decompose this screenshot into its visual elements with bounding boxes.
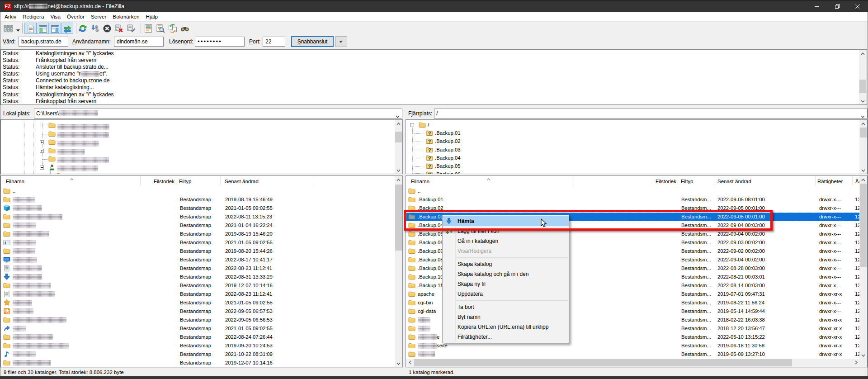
scroll-up-button[interactable] xyxy=(859,120,867,128)
quickconnect-button[interactable]: Snabbanslut xyxy=(291,36,334,47)
file-row[interactable]: Bestandsmap2021-01-05 09:02:55 xyxy=(1,238,402,247)
file-row[interactable]: Bestandsmap2022-08-17 10:41:17 xyxy=(1,256,402,264)
scroll-thumb[interactable] xyxy=(860,128,867,137)
menu-bokmrken[interactable]: Bokmärken xyxy=(109,12,142,21)
scroll-thumb[interactable] xyxy=(395,185,402,251)
remote-path-combo[interactable]: / xyxy=(434,109,868,118)
file-row[interactable]: Bestandsmap2021-01-04 16:22:24 xyxy=(1,221,402,230)
column-header[interactable]: Filstorlek xyxy=(140,176,175,187)
reconnect-button[interactable] xyxy=(127,24,137,33)
refresh-button[interactable] xyxy=(78,24,88,33)
tree-item[interactable]: ?.Backup.01 xyxy=(406,129,867,137)
scroll-down-button[interactable] xyxy=(859,351,867,359)
file-row[interactable]: Bestandsmap2021-01-05 09:02:55 xyxy=(1,298,402,307)
file-row[interactable]: Bestandsmap2022-08-11 13:15:23 xyxy=(1,213,402,221)
local-list-scrollbar[interactable] xyxy=(395,176,402,367)
context-menu-item[interactable]: Filrättigheter... xyxy=(443,332,569,342)
file-row[interactable]: Bestandsmap2021-01-05 09:02:55 xyxy=(1,324,402,333)
tree-expander[interactable] xyxy=(410,123,414,127)
scroll-down-button[interactable] xyxy=(859,166,867,174)
scroll-thumb[interactable] xyxy=(395,132,402,142)
cancel-button[interactable] xyxy=(102,24,112,33)
file-row[interactable]: .. xyxy=(1,187,402,195)
context-menu-item[interactable]: Kopiera URL:en (URL:erna) till urklipp xyxy=(443,322,569,332)
local-tree-scrollbar[interactable] xyxy=(395,120,402,174)
scroll-thumb[interactable] xyxy=(859,80,866,93)
menu-server[interactable]: Server xyxy=(88,12,109,21)
toggle-queue-button[interactable] xyxy=(61,23,73,34)
file-row[interactable]: Bestandsmap2022-09-05 06:57:53 xyxy=(1,307,402,316)
file-row[interactable]: Bestandsmap2019-08-20 15:44:26 xyxy=(1,247,402,256)
menu-visa[interactable]: Visa xyxy=(47,12,64,21)
find-button[interactable] xyxy=(180,24,190,33)
tree-item[interactable]: ?.Backup.06 xyxy=(406,170,867,174)
file-row[interactable]: Bestandsmap2019-09-20 10:24:53 xyxy=(1,341,402,350)
scroll-left-button[interactable] xyxy=(406,359,414,366)
menu-arkiv[interactable]: Arkiv xyxy=(1,12,19,21)
host-input[interactable]: backup.strato.de xyxy=(19,37,68,47)
column-header[interactable]: Filstorlek xyxy=(627,176,676,187)
file-row[interactable]: Bestandsmap2019-08-19 15:46:20 xyxy=(1,230,402,238)
port-input[interactable]: 22 xyxy=(263,37,285,47)
username-input[interactable]: dindomän.se xyxy=(114,37,164,47)
scroll-down-button[interactable] xyxy=(395,359,402,367)
tree-expander[interactable] xyxy=(40,140,44,144)
column-header[interactable]: Senast ändrad xyxy=(225,176,292,187)
toggle-remote-tree-button[interactable] xyxy=(49,23,61,34)
scroll-up-button[interactable] xyxy=(859,50,867,57)
file-row[interactable]: Bestandsmap2022-08-23 11:12:41 xyxy=(1,290,402,298)
context-menu-item[interactable]: Visa/Redigera xyxy=(443,246,569,256)
quickconnect-dropdown[interactable] xyxy=(335,36,347,47)
file-row[interactable]: .. xyxy=(406,187,867,195)
column-header[interactable]: Filnamn xyxy=(411,176,483,187)
file-row[interactable]: Bestandsmap2022-08-31 13:33:29 xyxy=(1,273,402,281)
file-row[interactable]: Bestandsmap2021-10-22 08:31:09 xyxy=(1,350,402,359)
disconnect-button[interactable] xyxy=(114,24,124,33)
tree-item[interactable] xyxy=(1,147,402,155)
column-header[interactable]: Senast ändrad xyxy=(717,176,785,187)
scroll-down-button[interactable] xyxy=(395,166,402,174)
file-row[interactable]: Bestandsmap2019-08-19 15:46:49 xyxy=(1,195,402,204)
site-manager-dropdown[interactable] xyxy=(16,27,20,33)
toggle-log-button[interactable] xyxy=(24,23,37,34)
file-row[interactable]: Bestandsmap2021-01-05 09:02:55 xyxy=(1,204,402,213)
log-scrollbar[interactable] xyxy=(859,50,867,104)
scroll-up-button[interactable] xyxy=(395,176,402,184)
context-menu-item[interactable]: Skapa katalog xyxy=(443,259,569,269)
tree-item[interactable]: / xyxy=(406,121,867,129)
remote-tree-scrollbar[interactable] xyxy=(859,120,867,174)
sync-browse-button[interactable] xyxy=(168,24,178,33)
column-header[interactable]: Filtyp xyxy=(179,176,215,187)
menu-verfr[interactable]: Överför xyxy=(64,12,88,21)
tree-item[interactable]: eigen xyxy=(1,171,402,174)
tree-item[interactable]: ?.Backup.04 xyxy=(406,154,867,162)
toggle-local-tree-button[interactable] xyxy=(37,23,49,34)
tree-item[interactable] xyxy=(1,163,402,172)
file-row[interactable]: Bestandsmap2022-08-24 07:26:44 xyxy=(1,333,402,341)
column-header[interactable]: Filnamn xyxy=(6,176,69,187)
remote-list-hscrollbar[interactable] xyxy=(406,359,859,367)
scroll-down-button[interactable] xyxy=(859,97,867,104)
scroll-up-button[interactable] xyxy=(859,176,867,184)
file-row[interactable]: Bestandsmap2022-09-05 06:56:53 xyxy=(1,316,402,324)
close-button[interactable] xyxy=(848,0,868,12)
context-menu-item[interactable]: Skapa katalog och gå in i den xyxy=(443,269,569,279)
scroll-up-button[interactable] xyxy=(395,120,402,128)
tree-expander[interactable] xyxy=(40,166,44,170)
filter-button[interactable] xyxy=(143,24,153,33)
tree-item[interactable]: ?.Backup.02 xyxy=(406,137,867,146)
tree-item[interactable] xyxy=(1,155,402,163)
tree-expander[interactable] xyxy=(40,149,44,153)
file-row[interactable]: Bestandsmap2019-12-07 10:14:16 xyxy=(1,281,402,290)
tree-item[interactable]: ?.Backup.05 xyxy=(406,162,867,171)
local-path-combo[interactable]: C:\Users\ xyxy=(34,109,402,118)
remote-list-scrollbar[interactable] xyxy=(859,176,867,359)
process-queue-button[interactable] xyxy=(90,24,100,33)
context-menu-item[interactable]: Uppdatera xyxy=(443,289,569,299)
tree-item[interactable] xyxy=(1,138,402,147)
site-manager-button[interactable] xyxy=(3,24,13,33)
menu-redigera[interactable]: Redigera xyxy=(19,12,47,21)
menu-hjlp[interactable]: Hjälp xyxy=(142,12,161,21)
tree-item[interactable] xyxy=(1,130,402,138)
file-row[interactable]: .Backup.01Bestandsm...2022-09-05 08:01:0… xyxy=(406,195,867,204)
